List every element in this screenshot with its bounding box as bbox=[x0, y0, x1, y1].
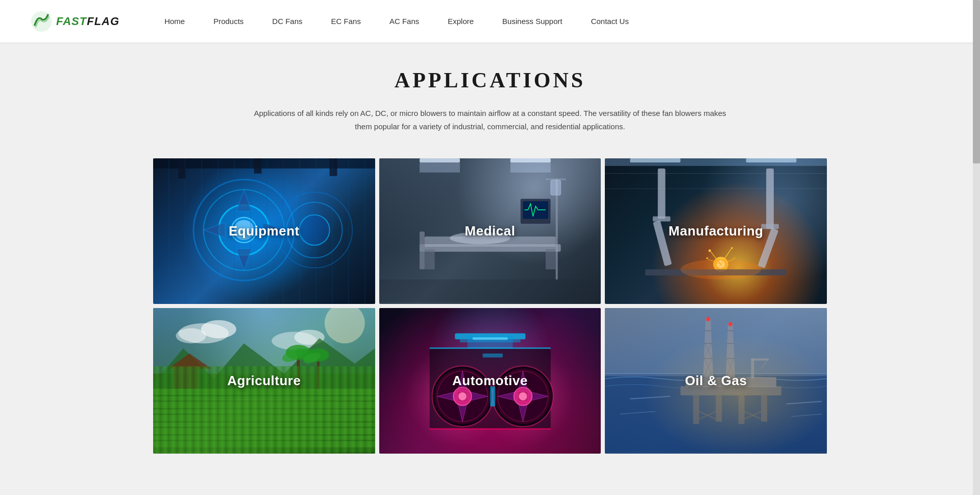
nav-link-ec-fans[interactable]: EC Fans bbox=[317, 0, 375, 42]
logo-text: FASTFLAG bbox=[56, 15, 119, 28]
nav-link-dc-fans[interactable]: DC Fans bbox=[258, 0, 316, 42]
nav-link-ac-fans[interactable]: AC Fans bbox=[375, 0, 433, 42]
app-card-medical[interactable]: Medical bbox=[379, 158, 601, 304]
manufacturing-label: Manufacturing bbox=[605, 158, 827, 304]
scrollbar[interactable] bbox=[973, 0, 980, 495]
nav-item-contact-us[interactable]: Contact Us bbox=[577, 0, 643, 42]
nav-item-ec-fans[interactable]: EC Fans bbox=[317, 0, 375, 42]
agriculture-label: Agriculture bbox=[153, 308, 375, 454]
nav-link-home[interactable]: Home bbox=[150, 0, 199, 42]
oilgas-label: Oil & Gas bbox=[605, 308, 827, 454]
scrollbar-thumb[interactable] bbox=[973, 0, 980, 163]
page-subtitle: Applications of all kinds rely on AC, DC… bbox=[245, 107, 735, 133]
navbar: FASTFLAG Home Products DC Fans EC Fans A… bbox=[0, 0, 980, 42]
nav-links: Home Products DC Fans EC Fans AC Fans Ex… bbox=[150, 0, 643, 42]
nav-link-contact-us[interactable]: Contact Us bbox=[577, 0, 643, 42]
automotive-label: Automotive bbox=[379, 308, 601, 454]
app-card-oilgas[interactable]: Oil & Gas bbox=[605, 308, 827, 454]
nav-item-dc-fans[interactable]: DC Fans bbox=[258, 0, 316, 42]
nav-item-ac-fans[interactable]: AC Fans bbox=[375, 0, 433, 42]
logo-icon bbox=[31, 11, 52, 32]
medical-label: Medical bbox=[379, 158, 601, 304]
nav-item-products[interactable]: Products bbox=[199, 0, 258, 42]
app-card-equipment[interactable]: Equipment bbox=[153, 158, 375, 304]
nav-link-products[interactable]: Products bbox=[199, 0, 258, 42]
nav-item-explore[interactable]: Explore bbox=[433, 0, 488, 42]
logo[interactable]: FASTFLAG bbox=[31, 11, 119, 32]
nav-link-business-support[interactable]: Business Support bbox=[488, 0, 577, 42]
nav-link-explore[interactable]: Explore bbox=[433, 0, 488, 42]
applications-grid: Equipment bbox=[153, 158, 827, 454]
main-content: APPLICATIONS Applications of all kinds r… bbox=[0, 42, 980, 484]
app-card-manufacturing[interactable]: Manufacturing bbox=[605, 158, 827, 304]
equipment-label: Equipment bbox=[153, 158, 375, 304]
page-title: APPLICATIONS bbox=[153, 68, 827, 92]
nav-item-business-support[interactable]: Business Support bbox=[488, 0, 577, 42]
app-card-agriculture[interactable]: Agriculture bbox=[153, 308, 375, 454]
nav-item-home[interactable]: Home bbox=[150, 0, 199, 42]
app-card-automotive[interactable]: Automotive bbox=[379, 308, 601, 454]
